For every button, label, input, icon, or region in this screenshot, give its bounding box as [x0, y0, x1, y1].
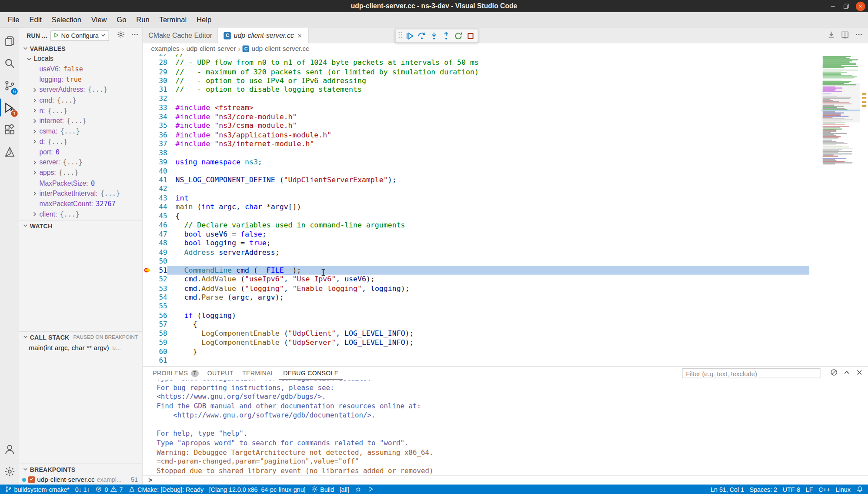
panel-tab-terminal[interactable]: TERMINAL	[238, 367, 279, 380]
status-launch-target[interactable]	[364, 484, 377, 494]
variable-maxPacketCount[interactable]: maxPacketCount:32767	[19, 199, 142, 209]
code-line-52[interactable]: 52 cmd.AddValue ("useIpv6", "Use Ipv6", …	[143, 275, 868, 284]
status-encoding[interactable]: UTF-8	[780, 484, 803, 494]
code-line-32[interactable]: 32	[143, 94, 868, 103]
drag-grip-icon[interactable]	[397, 30, 403, 41]
code-line-36[interactable]: 36#include "ns3/applications-module.h"	[143, 130, 868, 140]
code-line-55[interactable]: 55	[143, 302, 868, 311]
gutter[interactable]	[143, 284, 153, 293]
gutter[interactable]	[143, 54, 153, 58]
code-line-51[interactable]: 51 CommandLine cmd (__FILE__);	[143, 266, 868, 275]
gutter[interactable]	[143, 275, 153, 284]
code-line-40[interactable]: 40	[143, 167, 868, 176]
gutter[interactable]	[143, 185, 153, 194]
status-eol[interactable]: LF	[803, 484, 815, 494]
gutter[interactable]	[143, 338, 153, 347]
code-line-61[interactable]: 61	[143, 356, 868, 365]
gutter[interactable]	[143, 113, 153, 122]
minimap[interactable]	[821, 54, 860, 366]
activity-source-control[interactable]: 6	[0, 74, 19, 97]
console-input[interactable]: >	[143, 475, 868, 485]
status-notifications[interactable]	[853, 484, 866, 494]
tab-cmake-cache-editor[interactable]: CMake Cache Editor	[143, 28, 218, 43]
code-line-47[interactable]: 47 bool useV6 = false;	[143, 230, 868, 239]
chevron-up-icon[interactable]	[842, 368, 851, 378]
gutter[interactable]	[143, 130, 153, 140]
more-actions-icon[interactable]	[131, 30, 139, 40]
gutter[interactable]	[143, 157, 153, 167]
code-line-48[interactable]: 48 bool logging = true;	[143, 239, 868, 248]
menu-go[interactable]: Go	[112, 16, 131, 24]
code-line-60[interactable]: 60 }	[143, 347, 868, 356]
variable-server[interactable]: server:{...}	[19, 157, 142, 168]
variable-serverAddress[interactable]: serverAddress:{...}	[19, 85, 142, 95]
code-line-39[interactable]: 39using namespace ns3;	[143, 157, 868, 167]
code-editor[interactable]: 27//28// - UDP flow from n0 to n1 of 102…	[143, 54, 868, 366]
call-stack-header[interactable]: CALL STACK PAUSED ON BREAKPOINT	[19, 332, 142, 342]
split-editor-icon[interactable]	[841, 30, 849, 40]
gutter[interactable]	[143, 257, 153, 266]
variables-header[interactable]: VARIABLES	[19, 43, 142, 53]
activity-extensions[interactable]	[0, 119, 19, 141]
clear-console-icon[interactable]	[830, 368, 838, 378]
gutter[interactable]	[143, 85, 153, 94]
overview-ruler[interactable]	[860, 54, 868, 366]
breadcrumb-item[interactable]: udp-client-server.cc	[251, 45, 309, 53]
stack-frame[interactable]: main(int argc, char ** argv) u...	[19, 342, 142, 353]
variable-d[interactable]: d:{...}	[19, 137, 142, 147]
menu-view[interactable]: View	[86, 16, 111, 24]
gutter[interactable]	[143, 77, 153, 86]
variable-csma[interactable]: csma:{...}	[19, 126, 142, 137]
step-into-icon[interactable]	[428, 30, 440, 42]
activity-cmake[interactable]	[0, 140, 19, 163]
code-line-43[interactable]: 43int	[143, 194, 868, 203]
settings-gear-icon[interactable]	[117, 30, 125, 40]
status-language-mode[interactable]: C++	[816, 484, 833, 494]
code-line-29[interactable]: 29// - maximum of 320 packets sent (or l…	[143, 67, 868, 77]
watch-header[interactable]: WATCH	[19, 220, 142, 231]
code-line-27[interactable]: 27//	[143, 54, 868, 58]
variable-useV6[interactable]: useV6:false	[19, 64, 142, 74]
stop-icon[interactable]	[464, 30, 476, 42]
gutter[interactable]	[143, 149, 153, 158]
activity-account[interactable]	[0, 438, 19, 460]
close-button[interactable]	[856, 1, 865, 11]
status-problems[interactable]: 07	[93, 484, 126, 494]
gutter[interactable]	[143, 194, 153, 203]
menu-file[interactable]: File	[3, 16, 24, 24]
breadcrumb-item[interactable]: udp-client-server	[187, 45, 236, 53]
code-line-58[interactable]: 58 LogComponentEnable ("UdpClient", LOG_…	[143, 329, 868, 338]
code-line-50[interactable]: 50	[143, 257, 868, 266]
gutter[interactable]	[143, 221, 153, 230]
panel-tab-debug-console[interactable]: DEBUG CONSOLE	[279, 367, 343, 380]
gutter[interactable]	[143, 302, 153, 311]
close-icon[interactable]	[297, 33, 303, 39]
restart-icon[interactable]	[452, 30, 464, 42]
menu-selection[interactable]: Selection	[47, 16, 86, 24]
status-git-sync[interactable]: 0↓ 1↑	[72, 484, 93, 494]
code-line-44[interactable]: 44main (int argc, char *argv[])	[143, 203, 868, 212]
gutter[interactable]	[143, 203, 153, 212]
status-git-branch[interactable]: buildsystem-cmake*	[2, 484, 72, 494]
step-out-icon[interactable]	[440, 30, 452, 42]
console-filter-input[interactable]	[682, 368, 820, 378]
code-line-56[interactable]: 56 if (logging)	[143, 311, 868, 320]
gutter[interactable]	[143, 293, 153, 302]
gutter[interactable]	[143, 67, 153, 77]
gutter[interactable]	[143, 230, 153, 239]
breakpoint-item[interactable]: udp-client-server.cc exampl... 51	[19, 474, 142, 484]
breadcrumb-item[interactable]: examples	[151, 45, 180, 53]
status-cmake-status[interactable]: CMake: [Debug]: Ready	[126, 484, 207, 494]
status-cursor-position[interactable]: Ln 51, Col 1	[708, 484, 747, 494]
gutter[interactable]	[143, 239, 153, 248]
gutter[interactable]	[143, 58, 153, 67]
gutter[interactable]	[143, 329, 153, 338]
variable-apps[interactable]: apps:{...}	[19, 167, 142, 178]
close-icon[interactable]	[855, 368, 864, 378]
gutter[interactable]	[143, 176, 153, 185]
variable-cmd[interactable]: cmd:{...}	[19, 95, 142, 106]
variable-logging[interactable]: logging:true	[19, 74, 142, 85]
code-line-34[interactable]: 34#include "ns3/core-module.h"	[143, 113, 868, 122]
code-line-31[interactable]: 31// - option to disable logging stateme…	[143, 85, 868, 94]
gutter[interactable]	[143, 248, 153, 257]
